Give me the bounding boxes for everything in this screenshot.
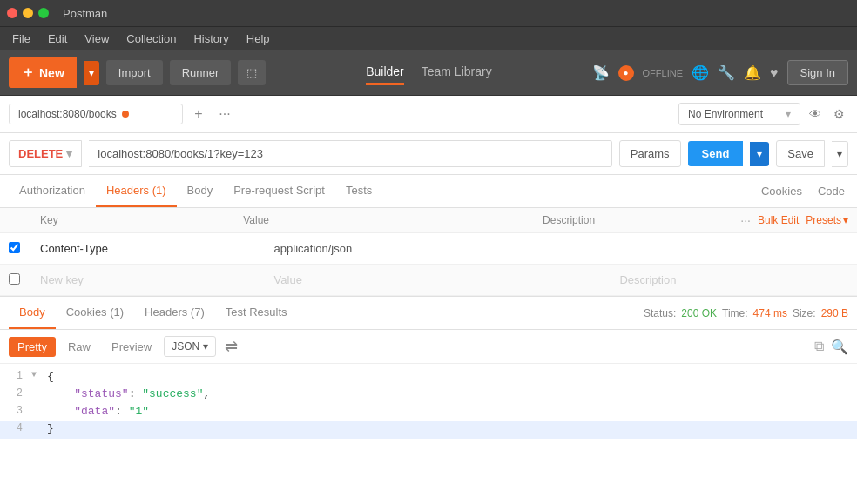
method-chevron-icon: ▾: [66, 147, 72, 160]
menubar: File Edit View Collection History Help: [0, 26, 857, 50]
tab-builder[interactable]: Builder: [366, 60, 404, 85]
close-button[interactable]: [7, 8, 17, 18]
toolbar: ＋ New ▾ Import Runner ⬚ Builder Team Lib…: [0, 50, 857, 96]
toolbar-right: 📡 ● OFFLINE 🌐 🔧 🔔 ♥ Sign In: [592, 60, 848, 85]
request-tab[interactable]: localhost:8080/books: [9, 104, 183, 124]
signin-button[interactable]: Sign In: [787, 60, 848, 85]
header-value-cell[interactable]: application/json: [269, 239, 615, 259]
add-tab-button[interactable]: +: [188, 104, 209, 124]
params-button[interactable]: Params: [619, 140, 681, 167]
tab-tests[interactable]: Tests: [335, 175, 382, 207]
cookies-link[interactable]: Cookies: [758, 176, 806, 206]
word-wrap-icon[interactable]: ⇌: [219, 335, 243, 358]
new-dropdown-arrow[interactable]: ▾: [84, 61, 99, 85]
response-status-bar: Status: 200 OK Time: 474 ms Size: 290 B: [644, 307, 848, 319]
save-dropdown-button[interactable]: ▾: [832, 141, 848, 167]
header-desc-cell[interactable]: [614, 245, 848, 252]
minimize-button[interactable]: [23, 8, 33, 18]
maximize-button[interactable]: [38, 8, 49, 18]
environment-select[interactable]: No Environment ▾: [678, 103, 800, 125]
lang-select[interactable]: JSON ▾: [164, 336, 216, 357]
header-row: Content-Type application/json: [0, 233, 857, 265]
signal-icon: 📡: [592, 64, 610, 81]
header-actions: ··· Bulk Edit Presets ▾: [740, 213, 848, 227]
resp-tab-cookies[interactable]: Cookies (1): [56, 297, 134, 329]
row-checkbox[interactable]: [9, 242, 20, 253]
runner-button[interactable]: Runner: [170, 60, 232, 85]
new-value-cell[interactable]: Value: [269, 270, 615, 290]
new-row-checkbox[interactable]: [9, 273, 20, 285]
new-desc-cell[interactable]: Description: [614, 270, 848, 290]
resp-tab-body[interactable]: Body: [9, 297, 56, 329]
tab-team-library[interactable]: Team Library: [422, 60, 492, 85]
code-line-3: 3 "data": "1": [0, 404, 857, 421]
status-value: 200 OK: [681, 307, 717, 319]
toolbar-tabs: Builder Team Library: [273, 60, 584, 85]
env-bar: No Environment ▾ 👁 ⚙: [678, 103, 848, 125]
tab-body[interactable]: Body: [177, 175, 224, 207]
code-line-1: 1 ▼ {: [0, 369, 857, 386]
window-controls: [7, 8, 49, 18]
method-label: DELETE: [18, 147, 63, 160]
app-title: Postman: [63, 7, 107, 20]
tab-url: localhost:8080/books: [18, 108, 117, 120]
request-bar: localhost:8080/books + ··· No Environmen…: [0, 96, 857, 133]
headers-table-header: Key Value Description ··· Bulk Edit Pres…: [0, 208, 857, 233]
settings-icon[interactable]: ⚙: [830, 104, 848, 124]
format-pretty[interactable]: Pretty: [9, 337, 56, 357]
menu-view[interactable]: View: [76, 29, 118, 49]
url-input[interactable]: [89, 140, 611, 167]
tab-authorization[interactable]: Authorization: [9, 175, 96, 207]
resp-toolbar-right: ⧉ 🔍: [814, 339, 848, 355]
main-area: localhost:8080/books + ··· No Environmen…: [0, 96, 857, 504]
new-button[interactable]: ＋ New: [9, 57, 77, 88]
import-button[interactable]: Import: [106, 60, 163, 85]
response-body-toolbar: Pretty Raw Preview JSON ▾ ⇌ ⧉ 🔍: [0, 330, 857, 364]
response-tabs-bar: Body Cookies (1) Headers (7) Test Result…: [0, 297, 857, 330]
presets-chevron-icon: ▾: [843, 214, 848, 226]
more-options-icon[interactable]: ···: [740, 213, 751, 227]
new-key-cell[interactable]: New key: [35, 270, 269, 290]
time-value: 474 ms: [753, 307, 787, 319]
send-dropdown-button[interactable]: ▾: [750, 142, 769, 166]
value-col-header: Value: [238, 214, 537, 226]
copy-icon[interactable]: ⧉: [814, 339, 824, 355]
menu-collection[interactable]: Collection: [118, 29, 185, 49]
response-code-area: 1 ▼ { 2 "status": "success", 3 "data": "…: [0, 364, 857, 504]
new-row-check: [9, 273, 35, 287]
url-bar: DELETE ▾ Params Send ▾ Save ▾: [0, 133, 857, 175]
search-response-icon[interactable]: 🔍: [831, 339, 848, 355]
resp-tab-headers[interactable]: Headers (7): [134, 297, 215, 329]
method-select[interactable]: DELETE ▾: [9, 140, 82, 167]
response-section: Body Cookies (1) Headers (7) Test Result…: [0, 296, 857, 504]
row-check[interactable]: [9, 242, 35, 256]
bulk-edit-button[interactable]: Bulk Edit: [758, 214, 799, 226]
code-line-4: 4 }: [0, 421, 857, 439]
format-preview[interactable]: Preview: [103, 337, 160, 357]
menu-history[interactable]: History: [185, 29, 237, 49]
code-link[interactable]: Code: [814, 176, 848, 206]
fold-icon[interactable]: ▼: [31, 370, 44, 380]
format-raw[interactable]: Raw: [59, 337, 99, 357]
tab-headers[interactable]: Headers (1): [96, 175, 177, 207]
menu-help[interactable]: Help: [238, 29, 279, 49]
presets-button[interactable]: Presets ▾: [806, 214, 848, 226]
eye-icon[interactable]: 👁: [806, 104, 825, 124]
header-key-cell[interactable]: Content-Type: [35, 239, 269, 259]
headers-table: Key Value Description ··· Bulk Edit Pres…: [0, 208, 857, 296]
content-area: localhost:8080/books + ··· No Environmen…: [0, 96, 857, 504]
resp-tab-test-results[interactable]: Test Results: [215, 297, 298, 329]
time-label: Time:: [722, 307, 748, 319]
menu-edit[interactable]: Edit: [39, 29, 76, 49]
status-label: Status:: [644, 307, 676, 319]
layout-button[interactable]: ⬚: [238, 60, 266, 85]
chevron-down-icon: ▾: [786, 108, 791, 120]
desc-col-header: Description: [537, 214, 740, 226]
plus-icon: ＋: [21, 64, 35, 82]
req-tab-right: Cookies Code: [758, 176, 848, 206]
send-button[interactable]: Send: [688, 141, 744, 166]
menu-file[interactable]: File: [3, 29, 39, 49]
save-button[interactable]: Save: [776, 140, 825, 167]
tab-pre-request-script[interactable]: Pre-request Script: [223, 175, 335, 207]
more-tabs-button[interactable]: ···: [214, 104, 235, 124]
